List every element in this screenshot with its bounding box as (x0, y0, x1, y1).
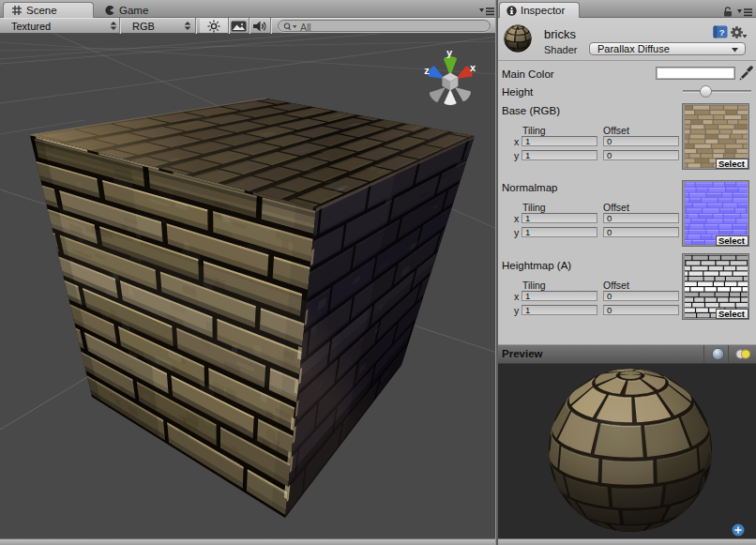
svg-text:z: z (424, 65, 430, 76)
svg-text:x: x (470, 62, 476, 73)
svg-text:?: ? (719, 27, 725, 38)
svg-text:y: y (446, 47, 453, 58)
